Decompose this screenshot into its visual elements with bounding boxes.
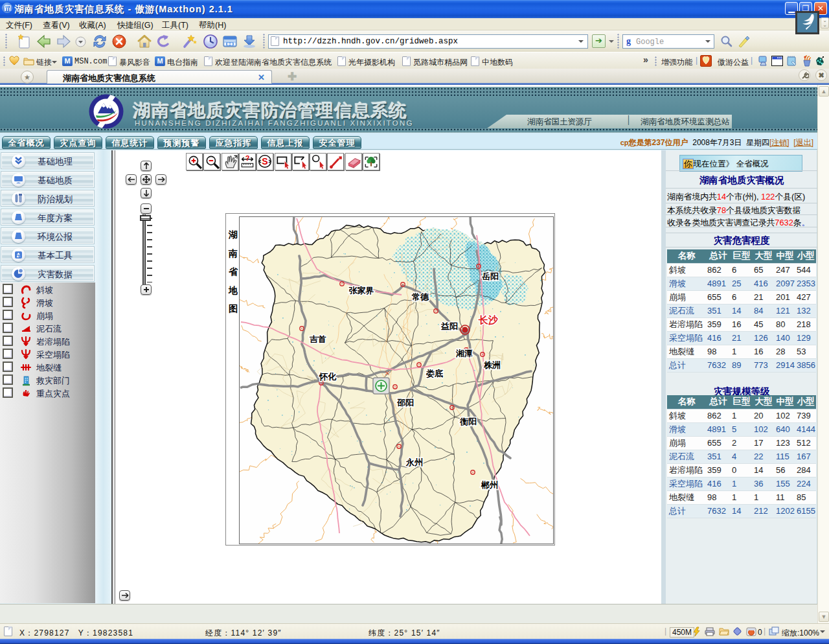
svg-text:郴州: 郴州 [481, 480, 498, 490]
svg-text:吉首: 吉首 [310, 334, 326, 344]
svg-text:邵阳: 邵阳 [396, 398, 414, 408]
svg-text:益阳: 益阳 [440, 321, 458, 331]
svg-text:S: S [262, 156, 267, 167]
svg-text:湘潭: 湘潭 [455, 349, 473, 358]
svg-text:张家界: 张家界 [349, 286, 374, 295]
svg-text:长沙: 长沙 [478, 314, 499, 325]
svg-text:娄底: 娄底 [426, 369, 443, 378]
svg-text:衡阳: 衡阳 [459, 417, 477, 426]
svg-text:?: ? [245, 154, 250, 162]
svg-text:常德: 常德 [411, 292, 429, 302]
svg-text:岳阳: 岳阳 [481, 271, 499, 281]
svg-text:怀化: 怀化 [319, 372, 337, 382]
svg-text:株洲: 株洲 [483, 360, 501, 370]
svg-text:永州: 永州 [405, 457, 423, 467]
